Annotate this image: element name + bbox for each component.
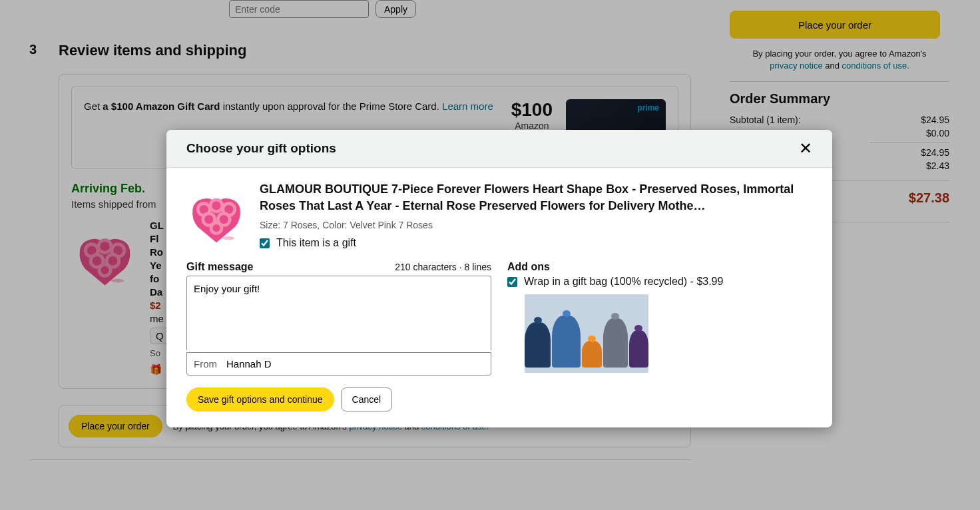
from-input[interactable] [226, 358, 484, 370]
product-title: GLAMOUR BOUTIQUE 7-Piece Forever Flowers… [260, 181, 812, 214]
wrap-gift-bag-checkbox[interactable] [507, 277, 517, 287]
this-is-gift-label: This item is a gift [276, 237, 356, 249]
gift-message-label: Gift message [186, 261, 253, 273]
product-thumbnail [186, 181, 246, 248]
close-icon[interactable]: ✕ [799, 140, 812, 156]
gift-bag-image [525, 294, 648, 373]
char-counter: 210 characters · 8 lines [395, 262, 491, 272]
this-is-gift-checkbox[interactable] [260, 238, 270, 248]
save-gift-options-button[interactable]: Save gift options and continue [186, 387, 334, 411]
cancel-button[interactable]: Cancel [341, 387, 393, 411]
product-variant: Size: 7 Roses, Color: Velvet Pink 7 Rose… [260, 220, 812, 230]
addons-label: Add ons [507, 261, 812, 273]
gift-message-input[interactable] [186, 276, 491, 350]
gift-options-modal: Choose your gift options ✕ GLAMOUR BOUTI… [166, 130, 832, 427]
from-label: From [194, 358, 217, 370]
wrap-gift-bag-label: Wrap in a gift bag (100% recycled) - $3.… [524, 276, 723, 288]
modal-title: Choose your gift options [186, 141, 336, 156]
